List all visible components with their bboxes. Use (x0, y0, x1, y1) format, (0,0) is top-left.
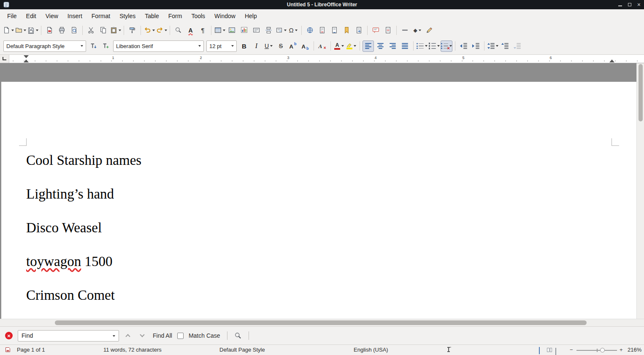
first-line-indent-marker[interactable] (24, 55, 29, 58)
superscript-button[interactable]: Ab (287, 40, 299, 52)
underline-button[interactable]: U (263, 40, 274, 52)
insert-horizontal-line-button[interactable] (399, 24, 411, 36)
close-find-bar-button[interactable]: × (5, 332, 13, 339)
zoom-slider-thumb[interactable] (600, 348, 605, 352)
font-name-combobox[interactable]: Liberation Serif (113, 40, 204, 52)
cut-button[interactable] (85, 24, 97, 36)
word-count-status[interactable]: 11 words, 72 characters (103, 347, 162, 353)
zoom-slider[interactable] (576, 350, 617, 351)
copy-button[interactable] (97, 24, 109, 36)
justify-button[interactable] (399, 40, 411, 52)
misspelled-word[interactable]: toywagon (26, 254, 81, 269)
insert-textbox-button[interactable] (251, 24, 262, 36)
menu-styles[interactable]: Styles (115, 11, 140, 22)
font-color-button[interactable]: A (333, 40, 345, 52)
align-left-button[interactable] (363, 40, 374, 52)
right-indent-marker[interactable] (609, 59, 614, 62)
save-button[interactable] (27, 24, 38, 36)
open-button[interactable] (15, 24, 26, 36)
left-indent-marker[interactable] (24, 59, 29, 62)
menu-format[interactable]: Format (87, 11, 115, 22)
insert-cross-reference-button[interactable] (353, 24, 365, 36)
print-button[interactable] (56, 24, 68, 36)
vertical-scrollbar[interactable] (636, 63, 644, 319)
bullet-list-button[interactable] (416, 40, 428, 52)
page-number-status[interactable]: Page 1 of 1 (17, 347, 45, 353)
line-spacing-button[interactable] (487, 40, 498, 52)
insert-special-character-button[interactable]: Ω (287, 24, 299, 36)
undo-button[interactable] (143, 24, 155, 36)
bold-button[interactable]: B (238, 40, 250, 52)
tab-stop-selector-icon[interactable] (3, 57, 6, 60)
print-preview-button[interactable] (68, 24, 80, 36)
language-status[interactable]: English (USA) (354, 347, 388, 353)
insert-comment-button[interactable] (370, 24, 382, 36)
horizontal-ruler[interactable]: 1 2 3 4 5 6 (0, 55, 644, 63)
find-combobox[interactable] (18, 330, 119, 342)
view-layout-book-button[interactable] (555, 348, 556, 355)
export-pdf-button[interactable] (44, 24, 55, 36)
decrease-paragraph-spacing-button[interactable] (511, 40, 523, 52)
restore-button[interactable] (628, 3, 631, 6)
paste-button[interactable] (110, 24, 121, 36)
menu-help[interactable]: Help (240, 11, 262, 22)
menu-table[interactable]: Table (140, 11, 163, 22)
insert-hyperlink-button[interactable] (304, 24, 316, 36)
menu-insert[interactable]: Insert (63, 11, 87, 22)
clone-formatting-button[interactable] (127, 24, 138, 36)
paragraph[interactable]: toywagon 1500 (26, 254, 112, 269)
paragraph[interactable]: Lighting’s hand (26, 186, 114, 202)
update-style-button[interactable] (88, 40, 99, 52)
highlight-color-button[interactable] (346, 40, 357, 52)
match-case-checkbox[interactable] (177, 333, 184, 339)
view-layout-multiple-button[interactable] (547, 348, 552, 352)
paragraph[interactable]: Cool Starship names (26, 153, 141, 168)
align-center-button[interactable] (375, 40, 386, 52)
italic-button[interactable]: I (251, 40, 262, 52)
find-next-button[interactable] (137, 330, 148, 341)
horizontal-scrollbar[interactable] (0, 319, 644, 326)
minimize-button[interactable] (618, 3, 622, 6)
menu-view[interactable]: View (41, 11, 63, 22)
font-size-combobox[interactable]: 12 pt (206, 40, 237, 52)
strikethrough-button[interactable]: S (275, 40, 287, 52)
formatting-marks-button[interactable]: ¶ (197, 24, 208, 36)
new-document-button[interactable] (3, 24, 14, 36)
align-right-button[interactable] (387, 40, 398, 52)
increase-paragraph-spacing-button[interactable] (499, 40, 511, 52)
find-replace-button[interactable] (173, 24, 184, 36)
decrease-indent-button[interactable] (458, 40, 469, 52)
view-layout-single-button[interactable] (539, 347, 540, 354)
insert-bookmark-button[interactable] (341, 24, 352, 36)
insert-table-button[interactable] (214, 24, 225, 36)
paragraph[interactable]: Crimson Comet (26, 288, 115, 303)
increase-indent-button[interactable] (470, 40, 482, 52)
menu-file[interactable]: File (3, 11, 22, 22)
page-style-status[interactable]: Default Page Style (219, 347, 265, 353)
menu-form[interactable]: Form (164, 11, 187, 22)
insert-page-break-button[interactable] (263, 24, 274, 36)
basic-shapes-button[interactable]: ◆ (411, 24, 423, 36)
paragraph[interactable]: Disco Weasel (26, 220, 102, 236)
show-draw-functions-button[interactable] (424, 24, 435, 36)
insert-endnote-button[interactable] (329, 24, 340, 36)
menu-tools[interactable]: Tools (187, 11, 210, 22)
zoom-out-button[interactable]: − (570, 347, 573, 353)
paragraph-style-combobox[interactable]: Default Paragraph Style (3, 40, 86, 52)
menu-window[interactable]: Window (210, 11, 240, 22)
find-previous-button[interactable] (122, 330, 133, 341)
subscript-button[interactable]: Ab (300, 40, 311, 52)
insert-field-button[interactable] (275, 24, 287, 36)
find-input[interactable] (18, 330, 119, 342)
vertical-scrollbar-thumb[interactable] (639, 64, 643, 121)
new-style-button[interactable] (100, 40, 111, 52)
find-and-replace-button[interactable] (233, 330, 244, 341)
numbered-list-button[interactable] (428, 40, 440, 52)
menu-edit[interactable]: Edit (22, 11, 41, 22)
insert-footnote-button[interactable] (317, 24, 328, 36)
horizontal-scrollbar-thumb[interactable] (55, 320, 587, 325)
track-changes-button[interactable] (382, 24, 394, 36)
no-list-button[interactable]: × (441, 40, 452, 52)
close-button[interactable]: × (637, 2, 641, 8)
zoom-level[interactable]: 216% (628, 347, 641, 353)
